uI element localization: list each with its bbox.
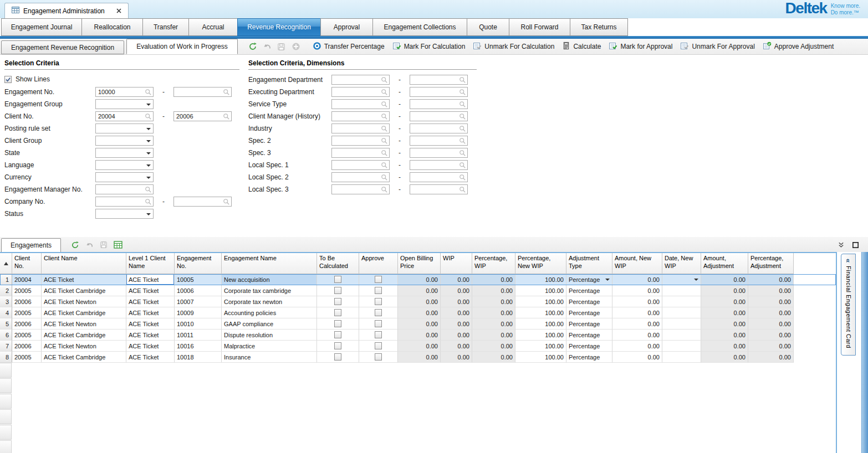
cell-adjustment_type[interactable]: Percentage xyxy=(566,285,612,296)
close-icon[interactable] xyxy=(116,8,121,13)
cell-to_be_calculated[interactable] xyxy=(317,352,359,363)
main-tab-reallocation[interactable]: Reallocation xyxy=(81,18,143,36)
column-header-client_name[interactable]: Client Name xyxy=(42,253,126,274)
currency-dropdown[interactable] xyxy=(95,172,154,182)
service-type-to-input[interactable] xyxy=(410,99,468,109)
search-icon[interactable] xyxy=(381,101,388,109)
column-header-to_be_calculated[interactable]: To Be Calculated xyxy=(317,253,359,274)
search-icon[interactable] xyxy=(459,89,466,97)
cell-date_new_wip[interactable] xyxy=(662,330,701,341)
state-dropdown[interactable] xyxy=(95,148,154,158)
engagement-department-from-input[interactable] xyxy=(331,75,390,85)
search-icon[interactable] xyxy=(223,89,230,97)
search-icon[interactable] xyxy=(459,186,466,194)
search-icon[interactable] xyxy=(223,113,230,121)
to_be_calculated-checkbox[interactable] xyxy=(334,353,341,361)
engagement-manager-no-input[interactable] xyxy=(95,184,154,194)
approve-checkbox[interactable] xyxy=(375,298,382,305)
cell-approve[interactable] xyxy=(359,341,398,352)
local-spec-1-from-input[interactable] xyxy=(331,160,390,170)
local-spec-3-from-input[interactable] xyxy=(331,184,390,194)
column-header-percentage_adjustment[interactable]: Percentage, Adjustment xyxy=(748,253,794,274)
to_be_calculated-checkbox[interactable] xyxy=(334,298,341,305)
cell-approve[interactable] xyxy=(359,330,398,341)
cell-adjustment_type[interactable]: Percentage xyxy=(566,318,612,330)
row-number[interactable]: 8 xyxy=(0,352,12,363)
cell-to_be_calculated[interactable] xyxy=(317,318,359,330)
sub-tab-engagement-revenue-recognition[interactable]: Engagement Revenue Recognition xyxy=(1,40,124,54)
engagement-no-from-input[interactable]: 10000 xyxy=(95,87,154,97)
cell-date_new_wip[interactable] xyxy=(662,296,701,307)
column-header-wip[interactable]: WIP xyxy=(441,253,472,274)
table-row[interactable]: 820005ACE Ticket CambridgeACE Ticket1001… xyxy=(0,352,836,363)
approve-adjustment-button[interactable]: Approve Adjustment xyxy=(759,40,838,53)
refresh-button[interactable] xyxy=(69,239,81,251)
main-tab-tax-returns[interactable]: Tax Returns xyxy=(570,18,628,36)
search-icon[interactable] xyxy=(145,198,152,207)
column-header-amount_adjustment[interactable]: Amount, Adjustment xyxy=(701,253,748,274)
cell-approve[interactable] xyxy=(359,318,398,330)
search-icon[interactable] xyxy=(459,162,466,170)
approve-checkbox[interactable] xyxy=(375,342,382,349)
row-number[interactable]: 2 xyxy=(0,285,12,296)
approve-checkbox[interactable] xyxy=(375,353,382,361)
row-number[interactable]: 3 xyxy=(0,296,12,307)
local-spec-2-from-input[interactable] xyxy=(331,172,390,182)
save-button[interactable] xyxy=(98,239,110,251)
cell-approve[interactable] xyxy=(359,307,398,318)
cell-approve[interactable] xyxy=(359,352,398,363)
local-spec-2-to-input[interactable] xyxy=(410,172,468,182)
local-spec-3-to-input[interactable] xyxy=(410,184,468,194)
to_be_calculated-checkbox[interactable] xyxy=(334,276,341,283)
cell-approve[interactable] xyxy=(359,274,398,285)
unmark-for-calculation-button[interactable]: Unmark For Calculation xyxy=(469,40,558,53)
column-header-level1_client_name[interactable]: Level 1 Client Name xyxy=(126,253,175,274)
row-number[interactable]: 6 xyxy=(0,330,12,341)
search-icon[interactable] xyxy=(459,150,466,158)
row-number[interactable]: 1 xyxy=(0,274,12,285)
tab-engagements[interactable]: Engagements xyxy=(1,238,61,252)
client-group-dropdown[interactable] xyxy=(95,136,154,146)
main-tab-accrual[interactable]: Accrual xyxy=(188,18,238,36)
table-row[interactable]: 120004ACE TicketACE Ticket10005New accqu… xyxy=(0,274,836,285)
search-icon[interactable] xyxy=(381,113,388,121)
document-tab-engagement-administration[interactable]: Engagement Administration xyxy=(4,3,129,18)
search-icon[interactable] xyxy=(381,150,388,158)
search-icon[interactable] xyxy=(459,76,466,85)
cell-adjustment_type[interactable]: Percentage xyxy=(566,307,612,318)
table-row[interactable]: 620005ACE Ticket CambridgeACE Ticket1001… xyxy=(0,330,836,341)
table-row[interactable]: 720006ACE Ticket NewtonACE Ticket10016Ma… xyxy=(0,341,836,352)
main-tab-roll-forward[interactable]: Roll Forward xyxy=(509,18,570,36)
main-tab-engagement-journal[interactable]: Engagement Journal xyxy=(1,18,82,36)
column-header-amount_new_wip[interactable]: Amount, New WIP xyxy=(612,253,662,274)
cell-adjustment_type[interactable]: Percentage xyxy=(566,274,612,285)
search-icon[interactable] xyxy=(145,89,152,97)
spec-3-to-input[interactable] xyxy=(410,148,468,158)
to_be_calculated-checkbox[interactable] xyxy=(334,287,341,294)
maximize-panel-icon[interactable] xyxy=(850,240,860,250)
column-header-engagement_no[interactable]: Engagement No. xyxy=(175,253,222,274)
posting-rule-set-dropdown[interactable] xyxy=(95,123,154,133)
search-icon[interactable] xyxy=(381,76,388,85)
search-icon[interactable] xyxy=(145,186,152,194)
approve-checkbox[interactable] xyxy=(375,309,382,316)
search-icon[interactable] xyxy=(223,198,230,207)
cell-approve[interactable] xyxy=(359,285,398,296)
client-manager-history-from-input[interactable] xyxy=(331,111,390,121)
cell-approve[interactable] xyxy=(359,296,398,307)
refresh-button[interactable] xyxy=(247,40,259,53)
table-row[interactable]: 320006ACE Ticket NewtonACE Ticket10007Co… xyxy=(0,296,836,307)
mark-for-approval-button[interactable]: Mark for Approval xyxy=(605,40,676,53)
search-icon[interactable] xyxy=(459,174,466,182)
mark-for-calculation-button[interactable]: Mark For Calculation xyxy=(389,40,469,53)
cell-to_be_calculated[interactable] xyxy=(317,296,359,307)
industry-from-input[interactable] xyxy=(331,123,390,133)
executing-department-from-input[interactable] xyxy=(331,87,390,97)
main-tab-approval[interactable]: Approval xyxy=(320,18,373,36)
transfer-percentage-button[interactable]: Transfer Percentage xyxy=(309,40,389,53)
search-icon[interactable] xyxy=(381,186,388,194)
table-row[interactable]: 520006ACE Ticket NewtonACE Ticket10010GA… xyxy=(0,318,836,330)
save-button[interactable] xyxy=(275,40,288,53)
to_be_calculated-checkbox[interactable] xyxy=(334,309,341,316)
to_be_calculated-checkbox[interactable] xyxy=(334,331,341,338)
